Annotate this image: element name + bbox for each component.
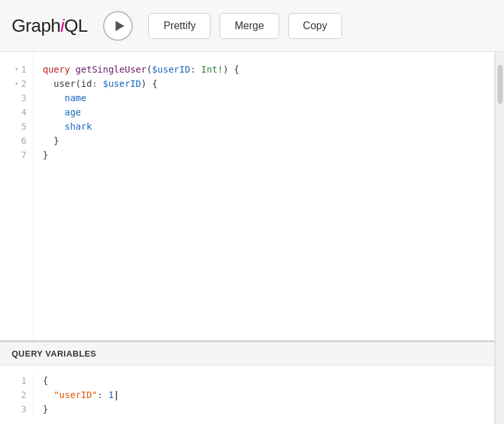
fold-arrow-1[interactable]: ▾ bbox=[15, 62, 19, 77]
line-num-6: 6 bbox=[21, 134, 27, 148]
line-numbers: ▾1 ▾2 3 4 5 6 7 bbox=[0, 52, 34, 340]
qv-line-numbers: 1 2 3 bbox=[0, 373, 34, 416]
query-variables-editor[interactable]: 1 2 3 { "userID": 1| } bbox=[0, 366, 494, 424]
prettify-button[interactable]: Prettify bbox=[148, 13, 211, 39]
qv-line-num-3: 3 bbox=[21, 402, 27, 416]
qv-line-num-1: 1 bbox=[21, 373, 27, 388]
scrollbar-track[interactable] bbox=[495, 52, 504, 424]
merge-button[interactable]: Merge bbox=[220, 13, 279, 39]
copy-button[interactable]: Copy bbox=[288, 13, 342, 39]
line-num-2: ▾2 bbox=[15, 77, 27, 91]
logo-italic: i bbox=[60, 16, 64, 36]
run-button[interactable] bbox=[103, 11, 133, 41]
svg-marker-0 bbox=[115, 21, 124, 31]
qv-line-num-2: 2 bbox=[21, 388, 27, 402]
query-variables-header[interactable]: QUERY VARIABLES bbox=[0, 342, 494, 366]
play-icon bbox=[113, 20, 125, 32]
editor-area: ▾1 ▾2 3 4 5 6 7 query getSingleUser($use… bbox=[0, 52, 495, 424]
query-variables-section: QUERY VARIABLES 1 2 3 { "userID": 1| } bbox=[0, 342, 494, 424]
line-num-5: 5 bbox=[21, 119, 27, 134]
fold-arrow-2[interactable]: ▾ bbox=[15, 77, 19, 91]
scrollbar-thumb[interactable] bbox=[498, 65, 503, 104]
main-area: ▾1 ▾2 3 4 5 6 7 query getSingleUser($use… bbox=[0, 52, 504, 424]
query-code-content[interactable]: query getSingleUser($userID: Int!) { use… bbox=[34, 52, 494, 340]
line-num-1: ▾1 bbox=[15, 62, 27, 77]
line-num-3: 3 bbox=[21, 91, 27, 105]
line-num-7: 7 bbox=[21, 148, 27, 162]
line-num-4: 4 bbox=[21, 105, 27, 119]
query-editor[interactable]: ▾1 ▾2 3 4 5 6 7 query getSingleUser($use… bbox=[0, 52, 494, 342]
qv-code-content[interactable]: { "userID": 1| } bbox=[34, 373, 128, 416]
header: GraphiQL Prettify Merge Copy bbox=[0, 0, 504, 52]
logo: GraphiQL bbox=[12, 16, 87, 36]
